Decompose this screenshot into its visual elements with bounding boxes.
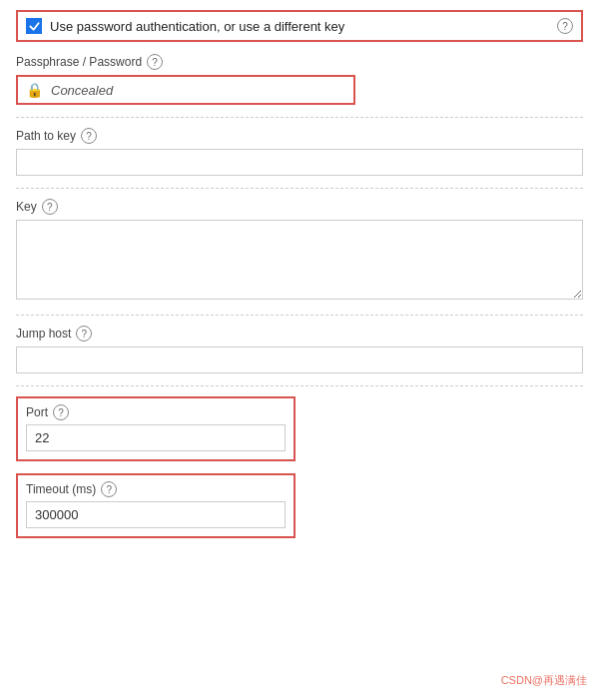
timeout-help-icon[interactable]: ? bbox=[101, 481, 117, 497]
divider-2 bbox=[16, 188, 583, 189]
passphrase-section: Passphrase / Password ? 🔒 Concealed bbox=[16, 54, 583, 105]
passphrase-help-icon[interactable]: ? bbox=[147, 54, 163, 70]
key-section: Key ? bbox=[16, 199, 583, 303]
key-help-icon[interactable]: ? bbox=[42, 199, 58, 215]
jump-host-section: Jump host ? bbox=[16, 326, 583, 373]
key-label: Key bbox=[16, 200, 37, 214]
path-to-key-label-row: Path to key ? bbox=[16, 128, 583, 144]
path-to-key-help-icon[interactable]: ? bbox=[81, 128, 97, 144]
port-label: Port bbox=[26, 405, 48, 419]
use-password-help-icon[interactable]: ? bbox=[557, 18, 573, 34]
key-textarea[interactable] bbox=[16, 220, 583, 300]
timeout-label-row: Timeout (ms) ? bbox=[26, 481, 286, 497]
timeout-section: Timeout (ms) ? bbox=[16, 473, 296, 538]
jump-host-label-row: Jump host ? bbox=[16, 326, 583, 342]
use-password-label: Use password authentication, or use a di… bbox=[50, 19, 549, 34]
key-label-row: Key ? bbox=[16, 199, 583, 215]
port-help-icon[interactable]: ? bbox=[53, 404, 69, 420]
port-input[interactable] bbox=[26, 424, 286, 451]
main-container: Use password authentication, or use a di… bbox=[0, 0, 599, 700]
jump-host-help-icon[interactable]: ? bbox=[76, 326, 92, 342]
jump-host-label: Jump host bbox=[16, 327, 71, 341]
watermark: CSDN@再遇满佳 bbox=[501, 673, 587, 688]
path-to-key-section: Path to key ? bbox=[16, 128, 583, 176]
divider-3 bbox=[16, 315, 583, 316]
passphrase-input-wrapper[interactable]: 🔒 Concealed bbox=[16, 75, 355, 105]
jump-host-input[interactable] bbox=[16, 347, 583, 373]
timeout-input[interactable] bbox=[26, 501, 286, 528]
passphrase-label: Passphrase / Password bbox=[16, 55, 142, 69]
lock-icon: 🔒 bbox=[26, 82, 43, 98]
divider-1 bbox=[16, 117, 583, 118]
path-to-key-input[interactable] bbox=[16, 149, 583, 176]
port-label-row: Port ? bbox=[26, 404, 286, 420]
passphrase-label-row: Passphrase / Password ? bbox=[16, 54, 583, 70]
timeout-label: Timeout (ms) bbox=[26, 482, 96, 496]
path-to-key-label: Path to key bbox=[16, 129, 76, 143]
port-section: Port ? bbox=[16, 396, 296, 461]
divider-4 bbox=[16, 385, 583, 386]
checkbox-checked[interactable] bbox=[26, 18, 42, 34]
passphrase-value: Concealed bbox=[51, 83, 113, 98]
use-password-checkbox-row[interactable]: Use password authentication, or use a di… bbox=[16, 10, 583, 42]
